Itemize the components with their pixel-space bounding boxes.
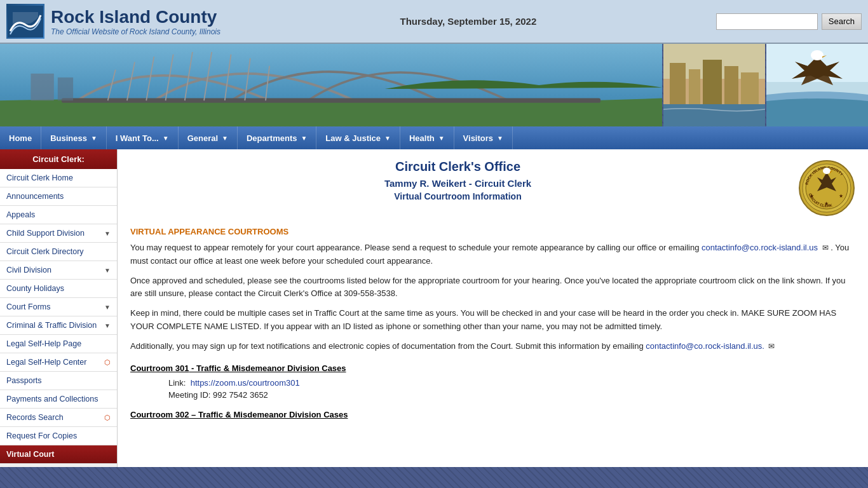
content-title-area: Circuit Clerk's Office Tammy R. Weikert … [130, 159, 785, 201]
search-area: Search [716, 13, 862, 30]
svg-point-25 [811, 50, 824, 60]
nav-home[interactable]: Home [0, 126, 41, 149]
banner-right2-image [766, 44, 868, 126]
county-seal: ROCK ISLAND COUNTY CIRCUIT CLERK ★ ★ ★ [798, 159, 855, 217]
svg-rect-19 [703, 60, 722, 104]
logo-icon [6, 4, 44, 39]
courtroom1-zoom-link[interactable]: https://zoom.us/courtroom301 [191, 378, 300, 388]
svg-rect-22 [663, 104, 765, 126]
search-input[interactable] [716, 13, 818, 30]
banner-right1-image [663, 44, 765, 126]
sidebar-item-circuit-clerk-dir[interactable]: Circuit Clerk Directory [0, 243, 117, 261]
child-support-expand-icon: ▼ [104, 230, 111, 237]
logo-text: Rock Island County The Official Website … [51, 7, 220, 36]
svg-text:★: ★ [810, 193, 814, 199]
svg-text:★: ★ [839, 193, 843, 199]
sidebar-item-civil-division[interactable]: Civil Division ▼ [0, 261, 117, 280]
nav-iwantto[interactable]: I Want To... ▼ [107, 126, 179, 149]
banner [0, 44, 868, 126]
courtroom2-header: Courtroom 302 – Traffic & Misdemeanor Di… [130, 410, 855, 419]
sidebar-title: Circuit Clerk: [0, 149, 117, 169]
nav-iwantto-arrow: ▼ [163, 135, 169, 142]
external-link-icon: ⬡ [104, 358, 111, 367]
svg-rect-20 [724, 66, 738, 104]
logo-area: Rock Island County The Official Website … [6, 4, 220, 39]
email-icon-2: ✉ [768, 342, 775, 351]
content-main-title: Circuit Clerk's Office [130, 159, 785, 174]
sidebar-item-virtual-court[interactable]: Virtual Court [0, 445, 117, 464]
svg-rect-21 [741, 72, 759, 104]
svg-rect-3 [62, 98, 600, 103]
civil-division-expand-icon: ▼ [104, 267, 111, 274]
content-header: Circuit Clerk's Office Tammy R. Weikert … [130, 159, 855, 217]
criminal-traffic-expand-icon: ▼ [104, 322, 111, 329]
search-button[interactable]: Search [822, 13, 862, 30]
content-clerk-name: Tammy R. Weikert - Circuit Clerk [130, 178, 785, 189]
svg-rect-17 [670, 63, 686, 104]
date-display: Thursday, September 15, 2022 [400, 16, 536, 27]
sidebar-item-legal-self-help-page[interactable]: Legal Self-Help Page [0, 335, 117, 353]
sidebar-item-payments[interactable]: Payments and Collections [0, 390, 117, 409]
nav-health-arrow: ▼ [438, 135, 445, 142]
sidebar-item-records-search[interactable]: Records Search ⬡ [0, 409, 117, 427]
nav-visitors-arrow: ▼ [497, 135, 503, 142]
email-link-1[interactable]: contactinfo@co.rock-island.il.us [702, 243, 818, 252]
nav-general[interactable]: General ▼ [179, 126, 238, 149]
sidebar-item-child-support[interactable]: Child Support Division ▼ [0, 224, 117, 243]
para2: Once approved and scheduled, please see … [130, 274, 855, 301]
courtroom1-header: Courtroom 301 - Traffic & Misdemeanor Di… [130, 363, 855, 373]
sidebar-item-passports[interactable]: Passports [0, 372, 117, 390]
sidebar-item-circuit-clerk-home[interactable]: Circuit Clerk Home [0, 169, 117, 187]
court-forms-expand-icon: ▼ [104, 304, 111, 311]
courtroom1-meeting-id: Meeting ID: 992 7542 3652 [168, 390, 855, 400]
content-page-title: Virtual Courtroom Information [130, 191, 785, 201]
sidebar-item-court-forms[interactable]: Court Forms ▼ [0, 298, 117, 316]
svg-rect-13 [31, 74, 53, 100]
sidebar-item-legal-self-help-center[interactable]: Legal Self-Help Center ⬡ [0, 353, 117, 372]
nav-visitors[interactable]: Visitors ▼ [454, 126, 513, 149]
para4: Additionally, you may sign up for text n… [130, 340, 855, 353]
sidebar-item-appeals[interactable]: Appeals [0, 206, 117, 224]
nav-business[interactable]: Business ▼ [41, 126, 107, 149]
svg-rect-14 [58, 78, 73, 100]
page-content: Circuit Clerk's Office Tammy R. Weikert … [118, 149, 868, 467]
sidebar-item-criminal-traffic[interactable]: Criminal & Traffic Division ▼ [0, 316, 117, 335]
email-icon-1: ✉ [822, 243, 829, 252]
nav-health[interactable]: Health ▼ [400, 126, 454, 149]
records-search-external-icon: ⬡ [104, 414, 111, 422]
courtroom1-link: Link: https://zoom.us/courtroom301 [168, 378, 855, 388]
section-heading-virtual: VIRTUAL APPEARANCE COURTROOMS [130, 227, 855, 236]
nav-lawjustice[interactable]: Law & Justice ▼ [316, 126, 400, 149]
nav-general-arrow: ▼ [222, 135, 228, 142]
site-subtitle: The Official Website of Rock Island Coun… [51, 27, 220, 36]
nav-lawjustice-arrow: ▼ [384, 135, 391, 142]
svg-text:★: ★ [824, 201, 829, 207]
sidebar: Circuit Clerk: Circuit Clerk Home Announ… [0, 149, 118, 467]
nav-departments[interactable]: Departments ▼ [238, 126, 316, 149]
nav-business-arrow: ▼ [91, 135, 97, 142]
sidebar-item-county-holidays[interactable]: County Holidays [0, 280, 117, 298]
page-header: Rock Island County The Official Website … [0, 0, 868, 44]
main-content: Circuit Clerk: Circuit Clerk Home Announ… [0, 149, 868, 467]
sidebar-item-announcements[interactable]: Announcements [0, 187, 117, 206]
para1: You may request to appear remotely for y… [130, 241, 855, 268]
nav-departments-arrow: ▼ [301, 135, 307, 142]
navbar: Home Business ▼ I Want To... ▼ General ▼… [0, 126, 868, 149]
svg-rect-18 [689, 69, 700, 104]
email-link-2[interactable]: contactinfo@co.rock-island.il.us. [646, 341, 764, 351]
site-title: Rock Island County [51, 7, 220, 27]
sidebar-item-request-copies[interactable]: Request For Copies [0, 427, 117, 445]
banner-main-image [0, 44, 662, 126]
para3: Keep in mind, there could be multiple ca… [130, 307, 855, 334]
svg-point-31 [823, 168, 831, 174]
